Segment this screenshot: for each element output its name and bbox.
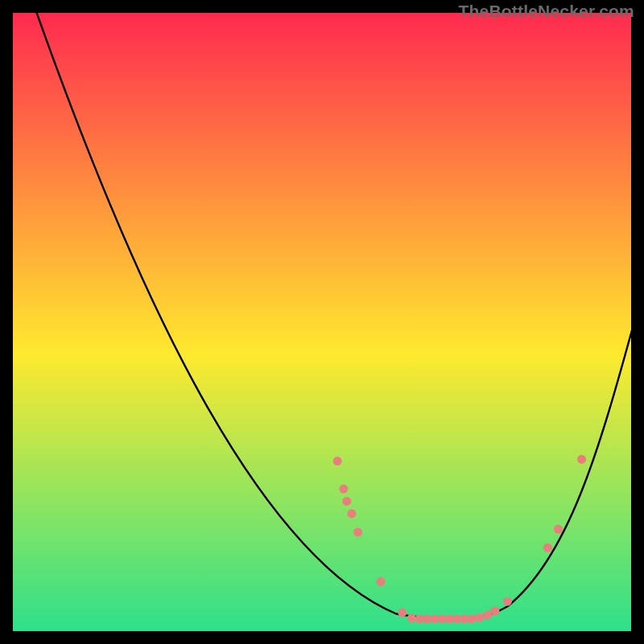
data-point — [483, 611, 492, 620]
chart-svg — [13, 13, 631, 631]
data-point — [376, 577, 385, 586]
data-point — [353, 528, 362, 537]
data-point — [339, 485, 348, 493]
data-point — [347, 510, 356, 518]
data-point — [407, 613, 416, 622]
chart-frame: TheBottleNecker.com — [0, 0, 644, 644]
data-point — [543, 543, 552, 552]
data-point — [577, 455, 586, 464]
chart-plot-area — [13, 13, 631, 631]
chart-background — [13, 13, 631, 631]
data-point — [554, 525, 563, 534]
data-point — [467, 614, 476, 623]
data-point — [503, 597, 512, 606]
data-point — [475, 613, 484, 622]
data-point — [491, 606, 500, 615]
data-point — [333, 456, 342, 465]
data-point — [398, 608, 407, 617]
data-point — [342, 497, 351, 506]
